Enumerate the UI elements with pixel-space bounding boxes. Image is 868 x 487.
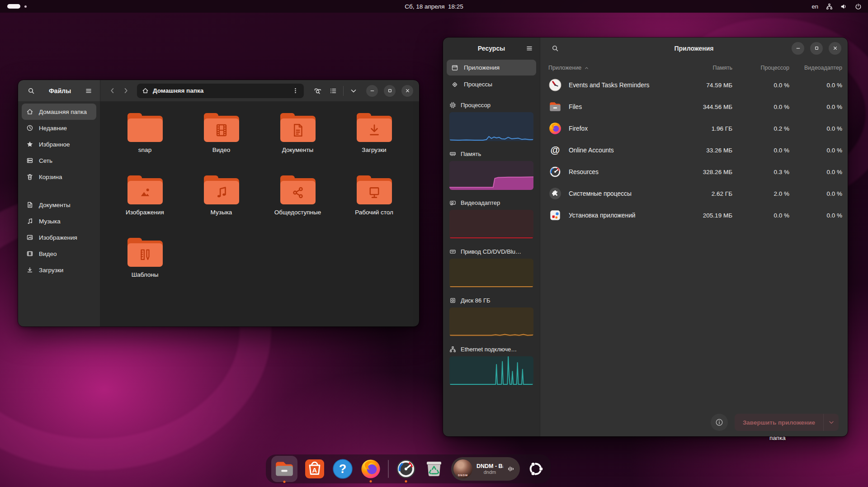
e-down-icon: [367, 123, 382, 138]
dock-item-Files[interactable]: Files 344.56 МБ 0.0 % 0.0 %: [548, 96, 842, 118]
folder-item[interactable]: Документы: [262, 113, 334, 175]
close-button[interactable]: [829, 42, 841, 55]
forward-button[interactable]: [120, 84, 132, 98]
cpu-value: 0.0 %: [732, 82, 789, 89]
monitor-nav: Приложения Процессы: [447, 60, 536, 92]
folder-item[interactable]: Изображения: [109, 175, 181, 238]
sidebar-item[interactable]: Документы: [22, 197, 96, 213]
dock-item-files[interactable]: [271, 456, 297, 482]
resource-item[interactable]: Видеоадаптер: [449, 197, 533, 239]
folder-item[interactable]: Музыка: [185, 175, 258, 238]
film-icon: [26, 250, 33, 257]
search-icon[interactable]: [24, 84, 38, 98]
e-note-icon: [214, 185, 229, 200]
dock-item-Установка приложений[interactable]: Установка приложений 205.19 МБ 0.0 % 0.0…: [548, 204, 842, 226]
folder-item[interactable]: Шаблоны: [109, 238, 181, 300]
folder-item[interactable]: Видео: [185, 113, 258, 175]
column-gpu[interactable]: Видеоадаптер: [789, 65, 842, 71]
column-cpu[interactable]: Процессор: [732, 65, 789, 71]
trash-icon: [26, 173, 33, 180]
sidebar-item[interactable]: Видео: [22, 246, 96, 262]
system-tray[interactable]: en: [812, 3, 862, 10]
chevron-down-icon[interactable]: [823, 414, 839, 431]
gpu-value: 0.0 %: [789, 104, 842, 110]
folder-item[interactable]: Загрузки: [338, 113, 410, 175]
dock-item-Firefox[interactable]: Firefox 1.96 ГБ 0.2 % 0.0 %: [548, 118, 842, 139]
running-indicator: [405, 480, 407, 482]
dock-item-trash[interactable]: [423, 458, 445, 480]
monitor-main: Приложения Приложение Память Процессор В…: [540, 38, 848, 436]
app-name: Установка приложений: [569, 212, 636, 219]
resource-item[interactable]: Процессор: [449, 99, 533, 141]
dock-item-Системные процессы[interactable]: Системные процессы 2.62 ГБ 2.0 % 0.0 %: [548, 183, 842, 204]
e-template-icon: [137, 247, 153, 263]
clock[interactable]: Сб, 18 апреля 18:25: [405, 3, 463, 10]
hamburger-menu-icon[interactable]: [82, 84, 95, 98]
folder-item[interactable]: Рабочий стол: [338, 175, 410, 238]
monitor-sidebar-title: Ресурсы: [478, 45, 505, 52]
sidebar-item[interactable]: Загрузки: [22, 262, 96, 278]
maximize-button[interactable]: [384, 85, 396, 97]
hamburger-menu-icon[interactable]: [523, 42, 536, 55]
resource-item[interactable]: Диск 86 ГБ: [449, 294, 533, 336]
column-memory[interactable]: Память: [683, 65, 732, 71]
media-widget[interactable]: DNDM DNDM - Barefoot (Or dndm: [451, 457, 520, 481]
dock-item-firefox[interactable]: [360, 458, 382, 480]
end-application-button[interactable]: Завершить приложение: [735, 414, 839, 431]
minimize-button[interactable]: [366, 85, 378, 97]
app-firefox-icon: [360, 458, 382, 480]
keyboard-layout-indicator[interactable]: en: [812, 3, 818, 10]
maximize-button[interactable]: [810, 42, 823, 55]
search-icon[interactable]: [548, 42, 562, 55]
sidebar-item[interactable]: Изображения: [22, 229, 96, 246]
volume-icon[interactable]: [840, 3, 847, 10]
folder-icon: [357, 113, 392, 142]
dock-item-software[interactable]: A: [304, 458, 326, 480]
activities-indicator[interactable]: [7, 4, 27, 9]
resource-item[interactable]: Ethernet подключе…: [449, 343, 533, 385]
sidebar-item[interactable]: Избранное: [22, 136, 96, 152]
folder-icon: [127, 113, 163, 142]
ethernet-icon: [449, 346, 456, 353]
folder-label: snap: [138, 147, 151, 153]
dock-item-resources[interactable]: [395, 458, 417, 480]
resource-item[interactable]: Привод CD/DVD/Blu…: [449, 246, 533, 288]
dock-item-Online Accounts[interactable]: @ Online Accounts 33.26 МБ 0.0 % 0.0 %: [548, 139, 842, 161]
e-film-icon: [214, 123, 229, 138]
network-icon[interactable]: [826, 3, 833, 10]
dock-item-help[interactable]: ?: [332, 458, 354, 480]
info-button[interactable]: [711, 414, 728, 431]
sidebar-item[interactable]: Недавние: [22, 120, 96, 136]
close-button[interactable]: [401, 85, 413, 97]
kebab-menu-icon[interactable]: [292, 87, 299, 94]
list-view-icon[interactable]: [326, 84, 340, 98]
dock-items: A ?: [271, 456, 445, 482]
dock-item-Events and Tasks Reminders[interactable]: Events and Tasks Reminders 74.59 МБ 0.0 …: [548, 74, 842, 96]
desktop-item-label[interactable]: папка: [769, 435, 786, 441]
view-options-chevron-icon[interactable]: [347, 84, 360, 98]
search-folder-icon[interactable]: [311, 84, 325, 98]
monitor-nav-item[interactable]: Процессы: [447, 76, 536, 92]
minimize-button[interactable]: [792, 42, 804, 55]
folder-icon: [127, 175, 163, 204]
gpu-value: 0.0 %: [789, 212, 842, 219]
dock-item-Resources[interactable]: Resources 328.26 МБ 0.3 % 0.0 %: [548, 161, 842, 183]
column-app[interactable]: Приложение: [548, 65, 683, 71]
sidebar-item[interactable]: Домашняя папка: [22, 104, 96, 120]
path-bar[interactable]: Домашняя папка: [137, 84, 304, 98]
folder-item[interactable]: Общедоступные: [262, 175, 334, 238]
home-icon: [142, 87, 149, 94]
monitor-nav-item[interactable]: Приложения: [447, 60, 536, 76]
cpu-value: 2.0 %: [732, 190, 789, 197]
sidebar-item[interactable]: Музыка: [22, 213, 96, 229]
table-rows: Events and Tasks Reminders 74.59 МБ 0.0 …: [548, 74, 842, 226]
ubuntu-logo-icon[interactable]: [526, 459, 545, 478]
sidebar-item[interactable]: Сеть: [22, 152, 96, 169]
resource-item[interactable]: Память: [449, 148, 533, 190]
folder-icon: [127, 238, 163, 267]
folder-item[interactable]: snap: [109, 113, 181, 175]
back-button[interactable]: [106, 84, 118, 98]
power-icon[interactable]: [855, 3, 862, 10]
gpu-icon: [449, 199, 456, 206]
sidebar-item[interactable]: Корзина: [22, 169, 96, 185]
